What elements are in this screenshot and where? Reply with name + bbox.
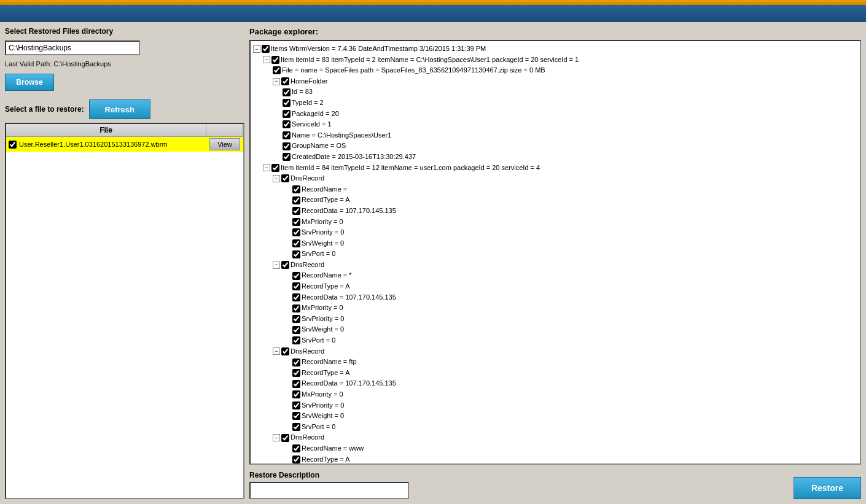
tree-checkbox[interactable] [292,272,300,280]
tree-checkbox[interactable] [271,164,279,172]
tree-checkbox[interactable] [292,336,300,344]
file-checkbox[interactable] [9,141,17,149]
tree-checkbox[interactable] [292,218,300,226]
tree-checkbox[interactable] [281,347,289,355]
tree-checkbox[interactable] [283,142,291,150]
tree-label: Id = 83 [292,87,313,98]
expand-icon[interactable]: − [273,347,280,355]
tree-checkbox[interactable] [292,315,300,323]
restore-desc-input[interactable] [249,482,409,499]
tree-label: SrvWeight = 0 [302,324,344,335]
tree-label: MxPriority = 0 [302,303,343,314]
tree-label: RecordName = ftp [302,357,357,368]
tree-checkbox[interactable] [292,326,300,334]
restore-desc-section: Restore Description [249,471,409,499]
tree-label: TypeId = 2 [292,98,324,109]
tree-checkbox[interactable] [283,88,291,96]
main-container: Select Restored Files directory Last Val… [0,22,866,504]
tree-checkbox[interactable] [281,261,289,269]
expand-icon[interactable]: − [263,56,270,63]
file-table-header: File [6,124,243,137]
file-name-label: User.Reseller1.User1.03162015133136972.w… [19,141,168,148]
expand-icon[interactable]: − [253,45,260,53]
tree-label: RecordType = A [302,454,350,465]
tree-label: Item itemId = 83 itemTypeId = 2 itemName… [281,55,579,66]
refresh-button[interactable]: Refresh [89,99,150,119]
tree-checkbox[interactable] [292,282,300,290]
restore-button[interactable]: Restore [794,477,861,499]
tree-checkbox[interactable] [262,45,270,53]
tree-checkbox[interactable] [281,434,289,442]
tree-checkbox[interactable] [292,185,300,193]
browse-button[interactable]: Browse [5,74,54,91]
tree-label: SrvPriority = 0 [302,400,344,411]
tree-label: File = name = SpaceFiles path = SpaceFil… [282,65,545,76]
view-button[interactable]: View [209,138,240,150]
title-bar [0,5,866,22]
tree-checkbox[interactable] [283,99,291,107]
tree-label: CreatedDate = 2015-03-16T13:30:29.437 [292,152,416,163]
top-bar [0,0,866,5]
tree-checkbox[interactable] [273,66,281,74]
expand-icon[interactable]: − [273,262,280,269]
tree-checkbox[interactable] [283,131,291,139]
tree-checkbox[interactable] [283,153,291,161]
expand-icon[interactable]: − [273,434,280,441]
bottom-row: Restore Description Restore [249,471,861,499]
tree-label: SrvPort = 0 [302,422,335,433]
tree-checkbox[interactable] [292,304,300,312]
expand-icon[interactable]: − [273,78,280,85]
tree-label: RecordName = [302,184,347,195]
valid-path-label: Last Valid Path: C:\HostingBackups [5,60,244,68]
tree-label: RecordName = * [302,270,352,281]
select-file-row: Select a file to restore: Refresh [5,99,244,119]
tree-checkbox[interactable] [292,444,300,452]
tree-checkbox[interactable] [292,423,300,431]
tree-checkbox[interactable] [283,120,291,128]
file-col-header-action [206,124,243,136]
tree-label: SrvPriority = 0 [302,227,344,238]
package-explorer-label: Package explorer: [249,27,861,36]
tree-checkbox[interactable] [281,77,289,85]
tree-checkbox[interactable] [292,196,300,204]
tree-checkbox[interactable] [292,390,300,398]
tree-checkbox[interactable] [271,56,279,64]
tree-checkbox[interactable] [292,250,300,258]
expand-icon[interactable]: − [263,164,270,171]
tree-checkbox[interactable] [292,456,300,463]
select-file-label: Select a file to restore: [5,105,84,114]
tree-label: RecordType = A [302,281,350,292]
tree-label: SrvWeight = 0 [302,238,344,249]
tree-checkbox[interactable] [292,359,300,366]
tree-label: MxPriority = 0 [302,217,343,228]
tree-label: SrvPriority = 0 [302,314,344,325]
tree-checkbox[interactable] [281,174,289,182]
tree-checkbox[interactable] [292,228,300,236]
tree-checkbox[interactable] [292,207,300,215]
file-col-header-name: File [6,124,206,136]
tree-label: RecordType = A [302,195,350,206]
tree-label: ServiceId = 1 [292,119,332,130]
tree-checkbox[interactable] [283,110,291,118]
tree-label: RecordData = 107.170.145.135 [302,292,396,303]
tree-checkbox[interactable] [292,369,300,377]
tree-label: MxPriority = 0 [302,389,343,400]
tree-container[interactable]: − Items WbrmVersion = 7.4.36 DateAndTime… [249,40,861,465]
tree-checkbox[interactable] [292,380,300,388]
tree-node: − Items WbrmVersion = 7.4.36 DateAndTime… [253,44,857,465]
tree-label: RecordData = 107.170.145.135 [302,378,396,389]
tree-checkbox[interactable] [292,412,300,420]
file-table: File User.Reseller1.User1.03162015133136… [5,123,244,499]
tree-label: DnsRecord [291,432,324,443]
tree-label: DnsRecord [291,173,324,184]
tree-label: SrvPort = 0 [302,335,335,346]
tree-label: HomeFolder [291,76,328,87]
file-row-action: View [206,137,243,152]
tree-label: RecordData = 107.170.145.135 [302,206,396,217]
tree-checkbox[interactable] [292,293,300,301]
tree-checkbox[interactable] [292,239,300,247]
expand-icon[interactable]: − [273,175,280,182]
tree-label: Items WbrmVersion = 7.4.36 DateAndTimest… [271,44,486,55]
tree-checkbox[interactable] [292,401,300,409]
path-input[interactable] [5,41,140,55]
